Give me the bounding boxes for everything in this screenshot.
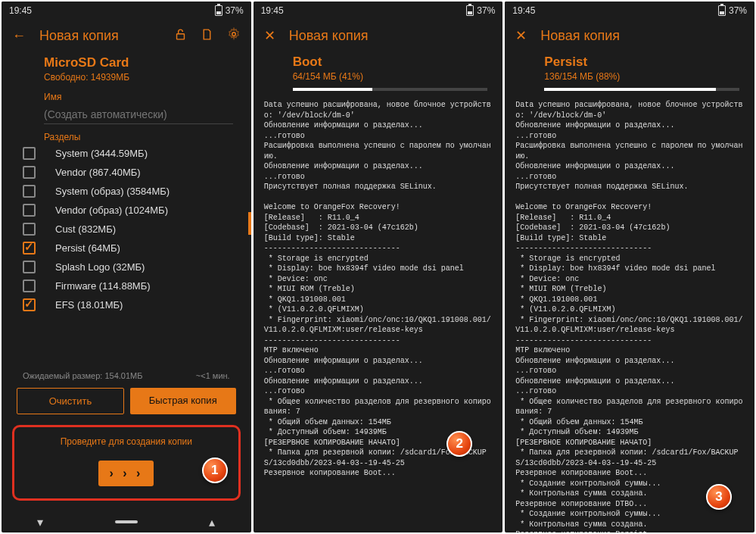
page-title: Новая копия — [540, 28, 620, 44]
partition-checkbox[interactable] — [23, 242, 36, 255]
partition-row[interactable]: Vendor (867.40МБ) — [2, 163, 251, 182]
partition-label: System (образ) (3584МБ) — [43, 186, 170, 197]
partition-row[interactable]: Persist (64МБ) — [2, 239, 251, 258]
progress-fill — [544, 88, 716, 91]
app-header: ✕ Новая копия — [505, 20, 754, 52]
lock-icon[interactable] — [174, 28, 187, 45]
storage-free: Свободно: 14939МБ — [44, 72, 233, 83]
partition-checkbox[interactable] — [23, 185, 36, 198]
partition-label: Vendor (867.40МБ) — [43, 167, 141, 178]
nav-back-icon[interactable]: ▴ — [209, 515, 215, 529]
battery-pct: 37% — [729, 5, 747, 16]
battery-icon — [718, 5, 726, 16]
partition-checkbox[interactable] — [23, 147, 36, 160]
partitions-label: Разделы — [2, 124, 251, 144]
partition-label: Cust (832МБ) — [43, 223, 116, 235]
partition-checkbox[interactable] — [23, 298, 36, 311]
fast-copy-button[interactable]: Быстрая копия — [130, 388, 236, 414]
phone-1-backup-setup: 19:45 37% ← Новая копия MicroSD Card Сво… — [2, 2, 251, 532]
storage-info[interactable]: MicroSD Card Свободно: 14939МБ — [2, 52, 251, 84]
scroll-indicator[interactable] — [248, 212, 251, 235]
partition-checkbox[interactable] — [23, 279, 36, 292]
swipe-handle[interactable]: › › › — [98, 461, 154, 486]
app-header: ← Новая копия — [2, 20, 251, 52]
progress-bar — [293, 88, 488, 91]
status-time: 19:45 — [512, 5, 535, 16]
partition-row[interactable]: System (3444.59МБ) — [2, 144, 251, 163]
nav-recent-icon[interactable]: ▾ — [37, 515, 43, 529]
sdcard-icon[interactable] — [201, 28, 213, 45]
expected-time: ~<1 мин. — [196, 371, 230, 380]
partition-checkbox[interactable] — [23, 204, 36, 217]
phone-3-persist-progress: 19:45 37% ✕ Новая копия Persist 136/154 … — [505, 2, 754, 532]
nav-home-icon[interactable] — [115, 520, 138, 523]
partition-checkbox[interactable] — [23, 166, 36, 179]
progress-text: 136/154 МБ (88%) — [544, 71, 739, 82]
partition-label: Firmware (114.88МБ) — [43, 280, 151, 292]
progress-text: 64/154 МБ (41%) — [293, 71, 488, 82]
backup-name-input[interactable] — [44, 105, 233, 124]
partition-checkbox[interactable] — [23, 223, 36, 236]
partition-label: Persist (64МБ) — [43, 242, 120, 254]
partition-row[interactable]: System (образ) (3584МБ) — [2, 182, 251, 201]
name-label: Имя — [44, 92, 233, 102]
battery-icon — [215, 5, 222, 16]
storage-title: MicroSD Card — [44, 55, 233, 70]
partition-row[interactable]: Vendor (образ) (1024МБ) — [2, 201, 251, 220]
status-bar: 19:45 37% — [505, 2, 754, 20]
status-time: 19:45 — [9, 5, 32, 16]
annotation-badge-3: 3 — [706, 484, 732, 510]
svg-point-1 — [232, 33, 235, 36]
partition-row[interactable]: EFS (18.01МБ) — [2, 295, 251, 314]
page-title: Новая копия — [289, 28, 369, 44]
partition-row[interactable]: Firmware (114.88МБ) — [2, 276, 251, 295]
partition-name: Persist — [544, 55, 739, 70]
partition-checkbox[interactable] — [23, 261, 36, 273]
partition-name: Boot — [293, 55, 488, 70]
clear-button[interactable]: Очистить — [17, 388, 124, 414]
status-time: 19:45 — [261, 5, 284, 16]
status-bar: 19:45 37% — [254, 2, 503, 20]
partitions-list[interactable]: System (3444.59МБ)Vendor (867.40МБ)Syste… — [2, 144, 251, 368]
progress-bar — [544, 88, 739, 91]
terminal-log[interactable]: Data успешно расшифрована, новое блочное… — [505, 95, 754, 532]
swipe-label: Проведите для создания копии — [22, 436, 231, 447]
nav-bar: ▾ ▴ — [2, 511, 251, 532]
status-bar: 19:45 37% — [2, 2, 251, 20]
partition-label: Vendor (образ) (1024МБ) — [43, 205, 168, 216]
close-icon[interactable]: ✕ — [264, 27, 275, 44]
partition-row[interactable]: Cust (832МБ) — [2, 220, 251, 239]
progress-section: Boot 64/154 МБ (41%) — [254, 52, 503, 95]
back-arrow-icon[interactable]: ← — [12, 28, 26, 44]
battery-pct: 37% — [477, 5, 495, 16]
progress-section: Persist 136/154 МБ (88%) — [505, 52, 754, 95]
battery-pct: 37% — [226, 5, 244, 16]
progress-fill — [293, 88, 373, 91]
page-title: Новая копия — [39, 28, 119, 44]
partition-label: System (3444.59МБ) — [43, 148, 148, 159]
partition-label: Splash Logo (32МБ) — [43, 261, 145, 273]
battery-icon — [466, 5, 474, 16]
partition-row[interactable]: Splash Logo (32МБ) — [2, 258, 251, 276]
expected-size: Ожидаемый размер: 154.01МБ — [23, 371, 142, 380]
terminal-log[interactable]: Data успешно расшифрована, новое блочное… — [254, 95, 503, 532]
app-header: ✕ Новая копия — [254, 20, 503, 52]
partition-label: EFS (18.01МБ) — [43, 299, 123, 311]
annotation-badge-1: 1 — [202, 457, 228, 483]
gear-icon[interactable] — [227, 27, 241, 45]
phone-2-boot-progress: 19:45 37% ✕ Новая копия Boot 64/154 МБ (… — [254, 2, 503, 532]
swipe-to-backup-zone: Проведите для создания копии › › › 1 — [12, 425, 241, 501]
close-icon[interactable]: ✕ — [515, 27, 527, 44]
svg-rect-0 — [176, 33, 184, 39]
